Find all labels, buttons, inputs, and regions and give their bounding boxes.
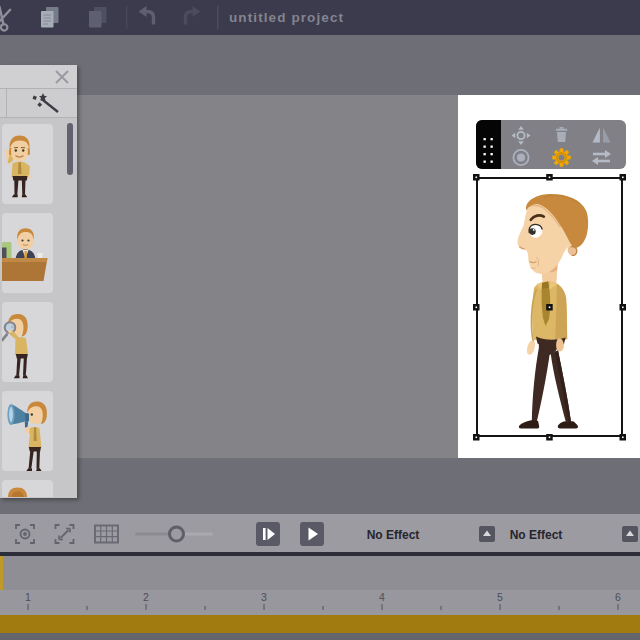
svg-text:4: 4 xyxy=(379,591,385,603)
svg-text:5: 5 xyxy=(497,591,503,603)
svg-text:untitled project: untitled project xyxy=(229,10,344,25)
svg-text:3: 3 xyxy=(261,591,267,603)
svg-text:No Effect: No Effect xyxy=(367,528,420,542)
svg-text:2: 2 xyxy=(143,591,149,603)
svg-text:1: 1 xyxy=(25,591,31,603)
svg-text:6: 6 xyxy=(615,591,621,603)
svg-text:No Effect: No Effect xyxy=(510,528,563,542)
